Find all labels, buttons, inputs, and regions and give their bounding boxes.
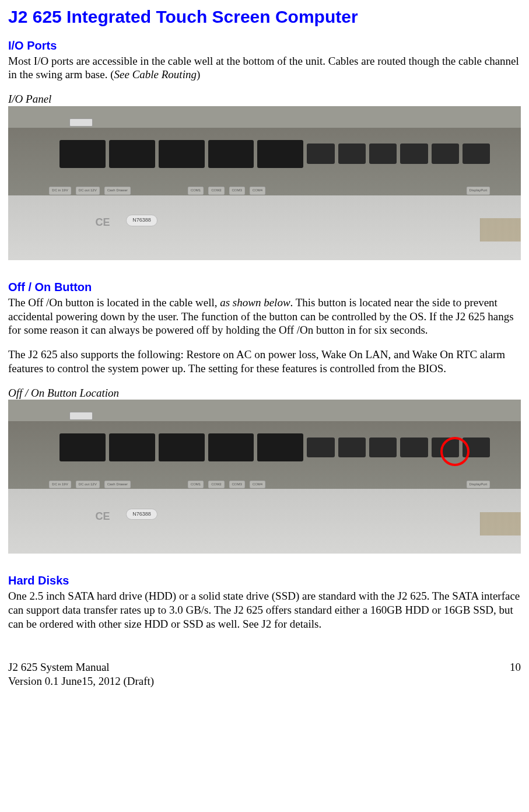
off-on-italic: as shown below <box>220 296 290 309</box>
sticker-label: N76388 <box>126 509 157 520</box>
com3-label: COM3 <box>229 481 245 489</box>
port-icon <box>208 433 254 461</box>
footer-manual: J2 625 System Manual <box>8 660 154 675</box>
usb-port-icon <box>69 118 93 127</box>
usb-port-icon <box>338 144 366 163</box>
com4-label: COM4 <box>250 187 265 195</box>
port-icon <box>257 433 303 461</box>
dc-out-label: DC out 12V <box>76 187 100 195</box>
displayport-label: DisplayPort <box>467 187 491 195</box>
io-panel-figure-label: I/O Panel <box>8 92 521 106</box>
usb-port-icon <box>432 144 459 163</box>
off-on-text-a: The Off /On button is located in the cab… <box>8 296 220 309</box>
port-row <box>59 134 490 174</box>
ce-mark: CE <box>95 510 110 523</box>
ce-mark: CE <box>95 216 110 229</box>
usb-port-icon <box>400 144 428 163</box>
page-title: J2 625 Integrated Touch Screen Computer <box>8 6 521 28</box>
com1-label: COM1 <box>188 481 204 489</box>
usb-port-icon <box>369 438 397 457</box>
cash-drawer-label: Cash Drawer <box>104 481 131 489</box>
com3-label: COM3 <box>229 187 245 195</box>
page-footer: J2 625 System Manual Version 0.1 June15,… <box>8 660 521 689</box>
dc-out-label: DC out 12V <box>76 481 100 489</box>
io-ports-body: Most I/O ports are accessible in the cab… <box>8 54 521 82</box>
displayport-label: DisplayPort <box>467 481 491 489</box>
port-icon <box>109 140 155 168</box>
port-icon <box>109 433 155 461</box>
port-row <box>59 428 490 468</box>
port-icon <box>159 140 205 168</box>
cash-drawer-label: Cash Drawer <box>104 187 131 195</box>
section-heading-io-ports: I/O Ports <box>8 38 521 53</box>
usb-port-icon <box>463 144 490 163</box>
off-on-figure-label: Off / On Button Location <box>8 386 521 400</box>
dc-in-label: DC in 19V <box>49 187 71 195</box>
io-ports-text-end: ) <box>197 68 200 80</box>
usb-port-icon <box>338 438 366 457</box>
barcode-icon <box>480 512 521 536</box>
dc-in-label: DC in 19V <box>49 481 71 489</box>
port-label-row: DC in 19V DC out 12V Cash Drawer COM1 CO… <box>49 180 490 201</box>
port-icon <box>59 140 106 168</box>
off-on-button-figure: DC in 19V DC out 12V Cash Drawer COM1 CO… <box>8 400 521 554</box>
port-icon <box>208 140 254 168</box>
usb-port-icon <box>307 438 334 457</box>
sticker-label: N76388 <box>126 215 157 226</box>
footer-page-number: 10 <box>510 660 521 689</box>
port-icon <box>159 433 205 461</box>
section-heading-hard-disks: Hard Disks <box>8 573 521 588</box>
footer-version: Version 0.1 June15, 2012 (Draft) <box>8 674 154 689</box>
barcode-icon <box>480 218 521 242</box>
com2-label: COM2 <box>208 187 224 195</box>
com4-label: COM4 <box>250 481 265 489</box>
highlight-circle-icon <box>440 437 470 466</box>
port-icon <box>257 140 303 168</box>
io-ports-see-ref: See Cable Routing <box>114 68 197 80</box>
footer-left: J2 625 System Manual Version 0.1 June15,… <box>8 660 154 689</box>
com2-label: COM2 <box>208 481 224 489</box>
off-on-body1: The Off /On button is located in the cab… <box>8 296 521 337</box>
section-heading-off-on: Off / On Button <box>8 280 521 295</box>
usb-port-icon <box>400 438 428 457</box>
io-ports-text: Most I/O ports are accessible in the cab… <box>8 55 519 81</box>
hard-disks-body: One 2.5 inch SATA hard drive (HDD) or a … <box>8 589 521 631</box>
port-label-row: DC in 19V DC out 12V Cash Drawer COM1 CO… <box>49 474 490 495</box>
off-on-body2: The J2 625 also supports the following: … <box>8 348 521 376</box>
usb-port-icon <box>369 144 397 163</box>
port-icon <box>59 433 106 461</box>
usb-port-icon <box>307 144 334 163</box>
com1-label: COM1 <box>188 187 204 195</box>
io-panel-figure: DC in 19V DC out 12V Cash Drawer COM1 CO… <box>8 106 521 260</box>
usb-port-icon <box>69 412 93 420</box>
